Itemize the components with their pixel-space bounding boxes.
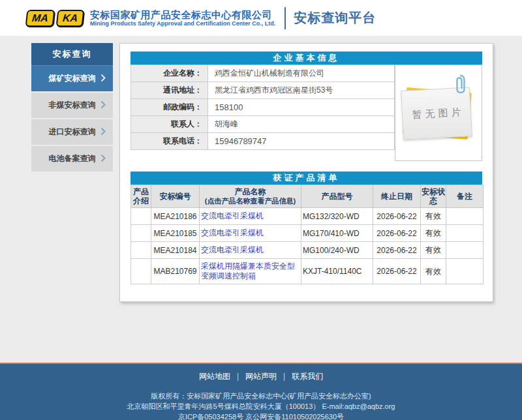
top-header: MA KA 安标国家矿用产品安全标志中心有限公司 Mining Products… (0, 0, 522, 36)
col-header-name: 产品名称(点击产品名称查看产品信息) (200, 185, 301, 208)
cell-product-name: 采煤机用隔爆兼本质安全型变频调速控制箱 (200, 259, 301, 284)
sidebar-title: 安标查询 (31, 43, 113, 66)
table-row: 通讯地址： 黑龙江省鸡西市鸡冠区南星街53号 (131, 82, 395, 99)
footer-copyright-line1: 版权所有：安标国家矿用产品安全标志中心(矿用产品安全标志办公室) (0, 391, 522, 401)
org-names: 安标国家矿用产品安全标志中心有限公司 Mining Products Safet… (90, 9, 275, 27)
field-value-company-name: 鸡西金恒矿山机械制造有限公司 (208, 65, 395, 82)
cell-end-date: 2026-06-22 (373, 225, 421, 242)
company-image-placeholder: 暂无图片 (395, 65, 482, 161)
sidebar-nav: 安标查询 煤矿安标查询 非煤安标查询 进口安标查询 电池备案查询 (31, 43, 113, 172)
table-row: MEA210186 交流电牵引采煤机 MG132/320-WD 2026-06-… (131, 208, 484, 225)
org-name-cn: 安标国家矿用产品安全标志中心有限公司 (90, 9, 275, 20)
footer-link-separator: | (237, 372, 239, 381)
cell-model: KXJT-410/1140C (301, 259, 373, 284)
logo-badge-ma: MA (25, 10, 55, 27)
cell-intro (131, 259, 151, 284)
sidebar-item-label: 煤矿安标查询 (49, 74, 96, 83)
org-name-en: Mining Products Safety Approval and Cert… (90, 20, 275, 27)
logo-badge-ka: KA (56, 10, 85, 27)
sidebar-item-label: 电池备案查询 (49, 154, 96, 163)
products-header-row: 产品介绍 安标编号 产品名称(点击产品名称查看产品信息) 产品型号 终止日期 安… (131, 185, 484, 208)
table-row: MAB210769 采煤机用隔爆兼本质安全型变频调速控制箱 KXJT-410/1… (131, 259, 484, 284)
enterprise-section-title: 企业基本信息 (130, 52, 482, 65)
cell-remark (446, 208, 484, 225)
cell-model: MG100/240-WD (301, 242, 373, 259)
col-header-remark: 备注 (446, 185, 484, 208)
table-row: MEA210185 交流电牵引采煤机 MG170/410-WD 2026-06-… (131, 225, 484, 242)
cell-intro (131, 225, 151, 242)
chevron-right-icon (100, 127, 106, 137)
sidebar-item-battery-query[interactable]: 电池备案查询 (31, 146, 113, 172)
content-panel: 企业基本信息 企业名称： 鸡西金恒矿山机械制造有限公司 通讯地址： 黑龙江省鸡西… (119, 43, 493, 302)
cell-cert-no: MEA210184 (151, 242, 200, 259)
sidebar-item-noncoal-query[interactable]: 非煤安标查询 (31, 93, 113, 118)
maka-logo: MA KA (26, 10, 84, 27)
header-divider (284, 7, 286, 29)
cell-product-name: 交流电牵引采煤机 (200, 225, 301, 242)
cell-intro (131, 208, 151, 225)
sidebar-item-import-query[interactable]: 进口安标查询 (31, 119, 113, 145)
cell-product-name: 交流电牵引采煤机 (200, 242, 301, 259)
field-label-company-name: 企业名称： (131, 65, 208, 82)
table-row: 联系电话： 15946789747 (131, 133, 395, 150)
cell-cert-no: MEA210185 (151, 225, 200, 242)
footer-copyright-line2: 北京朝阳区和平里青年沟路5号煤科总院安科大厦（100013） E-mail:aq… (0, 401, 522, 412)
chevron-right-icon (100, 100, 106, 110)
col-header-end-date: 终止日期 (373, 185, 421, 208)
col-header-model: 产品型号 (301, 185, 373, 208)
footer-copyright-line3: 京ICP备05034258号 京公网安备11010502025630号 (0, 412, 522, 420)
col-header-name-line1: 产品名称 (235, 187, 266, 196)
table-row: 联系人： 胡海峰 (131, 116, 395, 133)
cell-remark (446, 259, 484, 284)
sidebar-item-coal-query[interactable]: 煤矿安标查询 (31, 66, 113, 91)
chevron-right-icon (100, 74, 106, 83)
field-label-address: 通讯地址： (131, 82, 208, 99)
cell-cert-no: MAB210769 (151, 259, 200, 284)
col-header-intro: 产品介绍 (131, 185, 151, 208)
product-name-link[interactable]: 采煤机用隔爆兼本质安全型变频调速控制箱 (201, 262, 295, 280)
enterprise-info-table: 企业名称： 鸡西金恒矿山机械制造有限公司 通讯地址： 黑龙江省鸡西市鸡冠区南星街… (130, 65, 395, 150)
no-image-card: 暂无图片 (395, 65, 482, 160)
cell-status: 有效 (421, 225, 446, 242)
platform-title: 安标查询平台 (294, 9, 376, 27)
cell-status: 有效 (421, 242, 446, 259)
table-row: MEA210184 交流电牵引采煤机 MG100/240-WD 2026-06-… (131, 242, 484, 259)
cell-status: 有效 (421, 208, 446, 225)
cell-cert-no: MEA210186 (151, 208, 200, 225)
field-value-contact: 胡海峰 (208, 116, 395, 133)
paperclip-icon (455, 74, 466, 97)
col-header-name-line2: (点击产品名称查看产品信息) (200, 196, 300, 205)
enterprise-body: 企业名称： 鸡西金恒矿山机械制造有限公司 通讯地址： 黑龙江省鸡西市鸡冠区南星街… (130, 65, 482, 161)
cell-product-name: 交流电牵引采煤机 (200, 208, 301, 225)
product-name-link[interactable]: 交流电牵引采煤机 (201, 211, 264, 220)
product-name-link[interactable]: 交流电牵引采煤机 (201, 245, 264, 254)
cell-model: MG170/410-WD (301, 225, 373, 242)
footer-link-contact[interactable]: 联系我们 (292, 372, 323, 381)
cell-end-date: 2026-06-22 (373, 259, 421, 284)
footer-link-statement[interactable]: 网站声明 (245, 372, 277, 381)
cell-status: 有效 (421, 259, 446, 284)
footer-link-sitemap[interactable]: 网站地图 (199, 372, 230, 381)
field-label-contact: 联系人： (131, 116, 208, 133)
footer-link-separator: | (283, 372, 285, 381)
field-value-postcode: 158100 (208, 99, 395, 116)
main-area: 安标查询 煤矿安标查询 非煤安标查询 进口安标查询 电池备案查询 企业基本信息 … (0, 36, 522, 363)
cell-remark (446, 225, 484, 242)
field-value-phone: 15946789747 (208, 133, 395, 150)
table-row: 邮政编码： 158100 (131, 99, 395, 116)
cell-end-date: 2026-06-22 (373, 242, 421, 259)
footer-links: 网站地图|网站声明|联系我们 (0, 371, 522, 382)
cell-intro (131, 242, 151, 259)
field-value-address: 黑龙江省鸡西市鸡冠区南星街53号 (208, 82, 395, 99)
products-section-title: 获证产品清单 (130, 172, 482, 185)
cell-remark (446, 242, 484, 259)
chevron-right-icon (100, 154, 106, 164)
field-label-phone: 联系电话： (131, 133, 208, 150)
field-label-postcode: 邮政编码： (131, 99, 208, 116)
product-name-link[interactable]: 交流电牵引采煤机 (201, 228, 264, 237)
cell-model: MG132/320-WD (301, 208, 373, 225)
col-header-cert-no: 安标编号 (151, 185, 200, 208)
products-table: 产品介绍 安标编号 产品名称(点击产品名称查看产品信息) 产品型号 终止日期 安… (130, 185, 484, 284)
cell-end-date: 2026-06-22 (373, 208, 421, 225)
sidebar-item-label: 进口安标查询 (49, 127, 96, 136)
